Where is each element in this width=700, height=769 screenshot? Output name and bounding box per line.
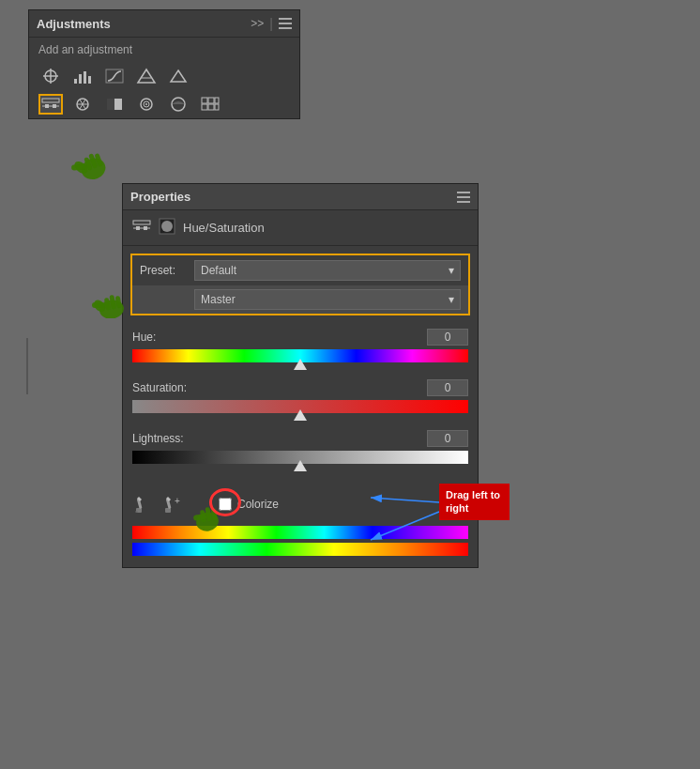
svg-rect-11 (42, 99, 59, 102)
adjustments-header: Adjustments >> | (29, 10, 299, 38)
preset-dropdown[interactable]: Default ▾ (194, 260, 461, 281)
adjustment-icons-row1 (29, 62, 299, 90)
hue-colorbar-bottom (132, 543, 468, 556)
hue-slider-container (132, 349, 468, 370)
properties-sub-header: Hue/Saturation (123, 210, 478, 246)
light-value-input[interactable] (427, 430, 468, 447)
svg-rect-6 (79, 74, 82, 84)
channel-row: Master ▾ (132, 285, 468, 314)
color-lookup-icon[interactable] (198, 94, 222, 115)
mask-icon (159, 218, 175, 238)
preset-value: Default (201, 264, 236, 277)
eyedropper-icon[interactable] (132, 494, 153, 515)
hue-slider-header: Hue: (132, 329, 468, 346)
svg-rect-22 (202, 98, 207, 103)
bottom-tools: + Colorize (123, 486, 478, 522)
hamburger-menu-icon[interactable] (279, 18, 292, 29)
colorize-wrapper: Colorize (219, 498, 279, 511)
svg-rect-14 (53, 104, 56, 108)
svg-rect-37 (144, 226, 147, 230)
properties-header: Properties (123, 184, 478, 210)
adjustment-icons-row2 (29, 90, 299, 118)
hue-sat-panel-icon (132, 218, 151, 238)
svg-rect-34 (133, 221, 150, 224)
exposure-icon[interactable] (134, 66, 159, 86)
svg-point-2 (50, 82, 52, 84)
adjustments-title: Adjustments (37, 17, 111, 31)
divider: | (269, 16, 273, 31)
svg-rect-23 (208, 98, 214, 103)
sliders-section: Hue: Saturation: Lightness: (123, 323, 478, 486)
channel-mixer-icon[interactable] (166, 94, 190, 115)
brightness-contrast-icon[interactable] (38, 66, 63, 86)
svg-text:+: + (175, 496, 180, 506)
vertical-bar (26, 338, 28, 394)
colorize-label: Colorize (237, 498, 279, 511)
hue-label: Hue: (132, 331, 156, 344)
svg-rect-24 (202, 104, 207, 110)
levels-icon[interactable] (70, 66, 95, 86)
preset-area: Preset: Default ▾ (130, 254, 470, 315)
channel-dropdown[interactable]: Master ▾ (194, 289, 461, 310)
eyedropper-add-icon[interactable]: + (162, 494, 183, 515)
vibrance-icon[interactable] (166, 66, 190, 86)
photo-filter-icon[interactable] (134, 94, 159, 115)
drag-annotation: Drag left to right (439, 484, 510, 520)
adjustments-panel: Adjustments >> | Add an adjustment (28, 9, 300, 119)
colorize-checkbox[interactable] (219, 498, 232, 511)
color-bars-section (123, 522, 478, 567)
hue-slider-row: Hue: (132, 329, 468, 370)
svg-rect-26 (215, 98, 219, 103)
green-hand-row2 (61, 139, 113, 184)
svg-rect-8 (88, 76, 91, 84)
svg-point-4 (56, 75, 58, 77)
light-slider-header: Lightness: (132, 430, 468, 447)
preset-row: Preset: Default ▾ (132, 255, 468, 285)
channel-chevron-icon: ▾ (449, 293, 454, 306)
double-arrow-icon[interactable]: >> (251, 17, 264, 30)
svg-point-20 (145, 103, 147, 105)
color-balance-icon[interactable] (70, 94, 95, 115)
light-slider-row: Lightness: (132, 430, 468, 471)
svg-rect-45 (92, 302, 105, 308)
sat-thumb[interactable] (294, 409, 307, 421)
properties-title: Properties (130, 190, 190, 204)
green-hand-channel (85, 281, 137, 321)
preset-chevron-icon: ▾ (449, 264, 454, 277)
hue-thumb[interactable] (294, 359, 307, 370)
hue-saturation-label: Hue/Saturation (183, 221, 265, 235)
drag-annotation-text: Drag left to right (446, 489, 500, 514)
properties-panel: Properties Hue/Saturation Preset: (122, 183, 479, 568)
channel-value: Master (201, 293, 236, 306)
preset-label: Preset: (140, 264, 187, 277)
hue-saturation-icon[interactable] (38, 94, 63, 115)
svg-rect-25 (208, 104, 214, 110)
sat-slider-container (132, 400, 468, 421)
sat-slider-header: Saturation: (132, 379, 468, 396)
hue-value-input[interactable] (427, 329, 468, 346)
svg-rect-50 (165, 508, 171, 513)
svg-rect-36 (136, 226, 140, 230)
sat-label: Saturation: (132, 381, 187, 394)
header-icons: >> | (251, 16, 292, 31)
sat-value-input[interactable] (427, 379, 468, 396)
add-adjustment-label: Add an adjustment (29, 38, 299, 62)
sat-slider-row: Saturation: (132, 379, 468, 421)
svg-point-1 (50, 69, 52, 70)
svg-point-3 (43, 75, 45, 77)
svg-rect-17 (107, 99, 114, 110)
svg-rect-27 (215, 104, 219, 110)
svg-point-39 (161, 221, 173, 232)
light-slider-container (132, 451, 468, 471)
black-white-icon[interactable] (102, 94, 127, 115)
curves-icon[interactable] (102, 66, 127, 86)
light-thumb[interactable] (294, 460, 307, 471)
svg-rect-5 (74, 79, 77, 84)
properties-menu-icon[interactable] (457, 192, 470, 203)
svg-rect-13 (45, 104, 49, 108)
light-label: Lightness: (132, 432, 184, 445)
svg-rect-7 (84, 71, 86, 84)
